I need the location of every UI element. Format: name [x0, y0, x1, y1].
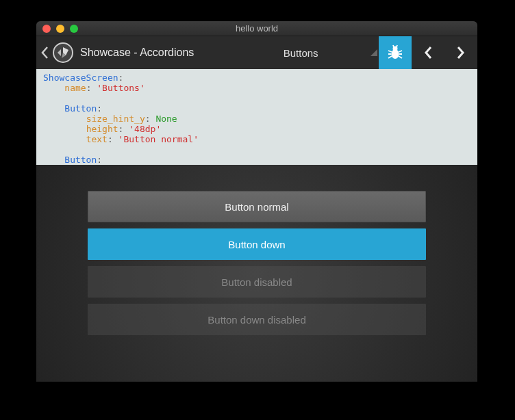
svg-line-2 [388, 51, 392, 52]
header-title: Showcase - Accordions [80, 47, 194, 59]
button-disabled: Button disabled [88, 266, 426, 298]
source-code-pane[interactable]: ShowcaseScreen: name: 'Buttons' Button: … [36, 69, 477, 165]
action-bar: Showcase - Accordions Buttons [36, 36, 477, 69]
spinner-label: Buttons [284, 47, 318, 59]
maximize-icon[interactable] [70, 25, 78, 33]
button-down[interactable]: Button down [88, 228, 426, 260]
titlebar: hello world [36, 21, 477, 36]
svg-line-9 [397, 45, 397, 47]
button-down-disabled: Button down disabled [88, 304, 426, 335]
dropdown-triangle-icon [370, 49, 377, 56]
svg-line-8 [393, 45, 394, 47]
prev-button[interactable] [412, 36, 444, 69]
next-button[interactable] [444, 36, 477, 69]
screen-spinner[interactable]: Buttons [231, 47, 370, 59]
chevron-left-icon [423, 45, 433, 60]
chevron-left-icon [40, 46, 49, 60]
back-button[interactable] [36, 46, 53, 60]
source-toggle-button[interactable] [379, 36, 412, 69]
traffic-lights [36, 25, 78, 33]
button-normal[interactable]: Button normal [88, 191, 426, 222]
bug-icon [386, 44, 404, 62]
app-window: hello world Showcase - Accordions Button… [36, 21, 477, 382]
svg-line-6 [388, 56, 392, 58]
svg-line-3 [399, 51, 402, 52]
window-title: hello world [236, 23, 278, 34]
close-icon[interactable] [42, 25, 51, 33]
minimize-icon[interactable] [56, 25, 64, 33]
app-logo-icon[interactable] [53, 42, 73, 63]
demo-content: Button normal Button down Button disable… [36, 165, 477, 382]
chevron-right-icon [456, 45, 466, 60]
svg-line-7 [399, 56, 402, 58]
